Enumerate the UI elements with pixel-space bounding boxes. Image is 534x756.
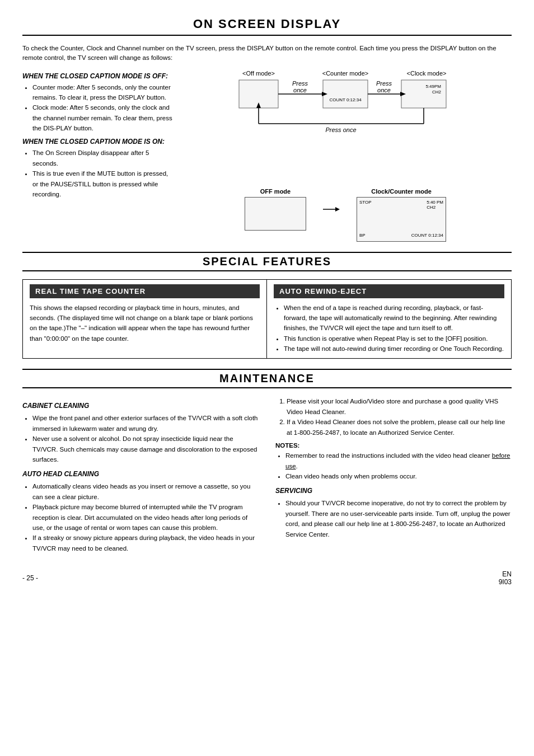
auto-head-bullets: Automatically cleans video heads as you … (32, 481, 259, 553)
lower-counter: COUNT 0:12:34 (411, 233, 443, 238)
cc-off-heading: WHEN THE CLOSED CAPTION MODE IS OFF: (22, 72, 174, 80)
svg-text:Press: Press (376, 80, 392, 87)
cc-on-bullet-2: This is true even if the MUTE button is … (32, 168, 174, 199)
real-time-tape-counter-box: REAL TIME TAPE COUNTER This shows the el… (23, 280, 267, 359)
maintenance-grid: CABINET CLEANING Wipe the front panel an… (22, 396, 512, 553)
arrow-right (323, 205, 340, 215)
svg-text:<Off mode>: <Off mode> (242, 70, 275, 77)
maint-numbered-1: Please visit your local Audio/Video stor… (287, 396, 512, 417)
auto-head-bullet-1: Automatically cleans video heads as you … (32, 481, 259, 502)
cc-on-heading: WHEN THE CLOSED CAPTION MODE IS ON: (22, 138, 174, 145)
servicing-bullet-1: Should your TV/VCR become inoperative, d… (285, 498, 512, 539)
auto-rewind-bullet-1: When the end of a tape is reached during… (284, 303, 504, 334)
page-title: ON SCREEN DISPLAY (22, 17, 512, 36)
off-mode-section: OFF mode (245, 188, 306, 231)
auto-rewind-eject-box: AUTO REWIND-EJECT When the end of a tape… (267, 280, 511, 359)
maintenance-title: MAINTENANCE (22, 369, 512, 388)
cc-off-bullets: Counter mode: After 5 seconds, only the … (32, 82, 174, 134)
osd-left: WHEN THE CLOSED CAPTION MODE IS OFF: Cou… (22, 68, 174, 242)
svg-marker-23 (335, 207, 340, 212)
cc-off-bullet-1: Counter mode: After 5 seconds, only the … (32, 82, 174, 103)
stop-label: STOP (359, 200, 372, 210)
page-number: - 25 - (22, 574, 38, 582)
cc-on-bullet-1: The On Screen Display disappear after 5 … (32, 148, 174, 168)
notes-bullet-1: Remember to read the instructions includ… (285, 450, 512, 471)
clock-counter-label: Clock/Counter mode (371, 188, 432, 195)
maint-numbered-2: If a Video Head Cleaner does not solve t… (287, 417, 512, 438)
svg-text:Press: Press (292, 80, 308, 87)
svg-text:5:49PM: 5:49PM (425, 84, 441, 89)
auto-head-heading: AUTO HEAD CLEANING (22, 469, 259, 479)
svg-rect-4 (323, 80, 368, 108)
real-time-tape-counter-header: REAL TIME TAPE COUNTER (30, 284, 260, 298)
special-features-title: SPECIAL FEATURES (22, 252, 512, 271)
cc-off-bullet-2: Clock mode: After 5 seconds, only the cl… (32, 102, 174, 133)
svg-text:<Counter mode>: <Counter mode> (322, 70, 369, 77)
cabinet-cleaning-bullets: Wipe the front panel and other exterior … (32, 413, 259, 464)
before-use-underline: before use (285, 452, 510, 469)
maint-left-col: CABINET CLEANING Wipe the front panel an… (22, 396, 259, 553)
auto-rewind-eject-header: AUTO REWIND-EJECT (274, 284, 504, 298)
clock-counter-section: Clock/Counter mode STOP 5:40 PMCH2 BP CO… (357, 188, 446, 242)
osd-section: WHEN THE CLOSED CAPTION MODE IS OFF: Cou… (22, 68, 512, 242)
svg-text:Press once: Press once (325, 126, 356, 133)
lower-diagram: OFF mode Clock/Counter mode STOP 5:40 PM… (239, 188, 452, 242)
bp-label: BP (359, 233, 366, 238)
svg-text:once: once (293, 87, 307, 93)
notes-bullets: Remember to read the instructions includ… (285, 450, 512, 481)
auto-rewind-eject-bullets: When the end of a tape is reached during… (284, 303, 504, 354)
off-mode-label: OFF mode (260, 188, 291, 195)
notes-label: NOTES: (275, 441, 512, 450)
auto-rewind-bullet-2: This function is operative when Repeat P… (284, 334, 504, 344)
cabinet-cleaning-heading: CABINET CLEANING (22, 401, 259, 411)
maint-numbered-list: Please visit your local Audio/Video stor… (287, 396, 512, 438)
off-mode-box (245, 197, 306, 231)
footer-right: EN 9I03 (499, 570, 512, 586)
svg-text:once: once (377, 87, 391, 93)
right-arrow-icon (323, 205, 340, 214)
intro-text: To check the Counter, Clock and Channel … (22, 44, 512, 63)
auto-head-bullet-3: If a streaky or snowy picture appears du… (32, 533, 259, 553)
svg-text:<Clock mode>: <Clock mode> (407, 70, 447, 77)
footer-lang: EN (499, 570, 512, 578)
servicing-heading: SERVICING (275, 486, 512, 496)
osd-diagram: <Off mode> <Counter mode> <Clock mode> C… (236, 68, 455, 191)
cabinet-cleaning-bullet-1: Wipe the front panel and other exterior … (32, 413, 259, 434)
servicing-bullets: Should your TV/VCR become inoperative, d… (285, 498, 512, 539)
notes-bullet-2: Clean video heads only when problems occ… (285, 471, 512, 481)
page-footer: - 25 - EN 9I03 (22, 570, 512, 586)
svg-text:CH2: CH2 (432, 90, 442, 95)
svg-text:COUNT 0:12:34: COUNT 0:12:34 (329, 97, 362, 102)
cabinet-cleaning-bullet-2: Never use a solvent or alcohol. Do not s… (32, 434, 259, 464)
osd-right: <Off mode> <Counter mode> <Clock mode> C… (179, 68, 512, 242)
clock-counter-box: STOP 5:40 PMCH2 BP COUNT 0:12:34 (357, 197, 446, 242)
real-time-tape-counter-text: This shows the elapsed recording or play… (30, 303, 260, 344)
maint-right-col: Please visit your local Audio/Video stor… (275, 396, 512, 553)
clock-time: 5:40 PMCH2 (427, 200, 443, 210)
footer-code: 9I03 (499, 578, 512, 586)
features-grid: REAL TIME TAPE COUNTER This shows the el… (22, 279, 512, 359)
auto-rewind-bullet-3: The tape will not auto-rewind during tim… (284, 344, 504, 354)
auto-head-bullet-2: Playback picture may become blurred of i… (32, 502, 259, 533)
cc-on-bullets: The On Screen Display disappear after 5 … (32, 148, 174, 199)
